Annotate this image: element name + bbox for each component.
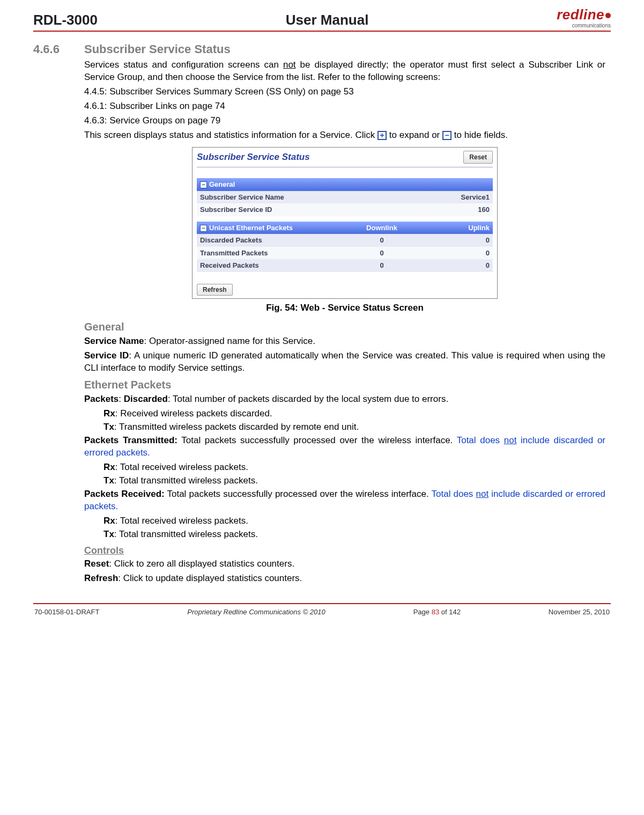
reset-button[interactable]: Reset: [463, 151, 493, 164]
embedded-screenshot: Subscriber Service Status Reset −General…: [192, 147, 498, 299]
reset-def: Reset: Click to zero all displayed stati…: [84, 558, 605, 570]
cell-value: 0: [419, 259, 493, 272]
packets-header: Unicast Ethernet Packets: [209, 224, 293, 232]
footer-rule: [33, 603, 611, 604]
svc-name-value: Service1: [410, 191, 493, 204]
logo-text: redline: [557, 6, 604, 23]
cell-value: 0: [345, 234, 419, 247]
collapse-icon[interactable]: −: [200, 181, 207, 188]
cell-value: 0: [419, 234, 493, 247]
section-number: 4.6.6: [33, 41, 84, 57]
general-header: General: [209, 180, 235, 188]
logo-dot-icon: [605, 13, 611, 18]
panel-title: Subscriber Service Status: [197, 151, 310, 164]
footer-date: November 25, 2010: [549, 607, 610, 617]
ethernet-heading: Ethernet Packets: [84, 378, 605, 392]
brand-logo: redline communications: [557, 5, 611, 30]
intro-paragraph: Services status and configuration screen…: [84, 59, 605, 84]
packets-discarded-def: Packets: Discarded: Total number of pack…: [84, 393, 605, 406]
disc-tx: Tx: Transmitted wireless packets discard…: [84, 421, 605, 434]
packets-transmitted-def: Packets Transmitted: Total packets succe…: [84, 435, 605, 459]
row-transmitted: Transmitted Packets: [197, 247, 345, 260]
service-id-def: Service ID: A unique numeric ID generate…: [84, 350, 605, 375]
service-name-def: Service Name: Operator-assigned name for…: [84, 335, 605, 348]
section-title: Subscriber Service Status: [84, 41, 231, 57]
rxv-rx: Rx: Total received wireless packets.: [84, 515, 605, 527]
ref-line-3: 4.6.3: Service Groups on page 79: [84, 115, 605, 127]
page-header: RDL-3000 User Manual redline communicati…: [33, 5, 611, 32]
refresh-def: Refresh: Click to update displayed stati…: [84, 572, 605, 585]
ref-line-2: 4.6.1: Subscriber Links on page 74: [84, 100, 605, 113]
figure-caption: Fig. 54: Web - Service Status Screen: [84, 302, 605, 314]
svc-id-value: 160: [410, 203, 493, 216]
col-uplink: Uplink: [419, 222, 493, 234]
ref-line-1: 4.4.5: Subscriber Services Summary Scree…: [84, 86, 605, 98]
minus-icon: −: [442, 131, 451, 140]
row-received: Received Packets: [197, 259, 345, 272]
cell-value: 0: [345, 247, 419, 260]
txm-tx: Tx: Total transmitted wireless packets.: [84, 475, 605, 487]
copyright: Proprietary Redline Communications © 201…: [187, 607, 325, 617]
cell-value: 0: [345, 259, 419, 272]
col-downlink: Downlink: [345, 222, 419, 234]
controls-heading: Controls: [84, 544, 605, 557]
row-discarded: Discarded Packets: [197, 234, 345, 247]
packets-received-def: Packets Received: Total packets successf…: [84, 488, 605, 513]
general-table: −General Subscriber Service NameService1…: [197, 178, 493, 216]
cell-value: 0: [419, 247, 493, 260]
refresh-button[interactable]: Refresh: [197, 284, 233, 296]
plus-icon: +: [377, 131, 387, 140]
doc-title: User Manual: [286, 11, 369, 30]
general-heading: General: [84, 320, 605, 334]
divider: [197, 167, 493, 167]
collapse-icon[interactable]: −: [200, 225, 207, 232]
svc-id-label: Subscriber Service ID: [197, 203, 410, 216]
packets-table: −Unicast Ethernet Packets Downlink Uplin…: [197, 222, 493, 272]
txm-rx: Rx: Total received wireless packets.: [84, 461, 605, 474]
page-footer: 70-00158-01-DRAFT Proprietary Redline Co…: [33, 607, 611, 617]
svc-name-label: Subscriber Service Name: [197, 191, 410, 204]
disc-rx: Rx: Received wireless packets discarded.: [84, 408, 605, 420]
page-number: Page 83 of 142: [413, 607, 461, 617]
rxv-tx: Tx: Total transmitted wireless packets.: [84, 528, 605, 541]
screen-desc: This screen displays status and statisti…: [84, 129, 605, 142]
doc-model: RDL-3000: [33, 11, 98, 30]
doc-number: 70-00158-01-DRAFT: [34, 607, 99, 617]
